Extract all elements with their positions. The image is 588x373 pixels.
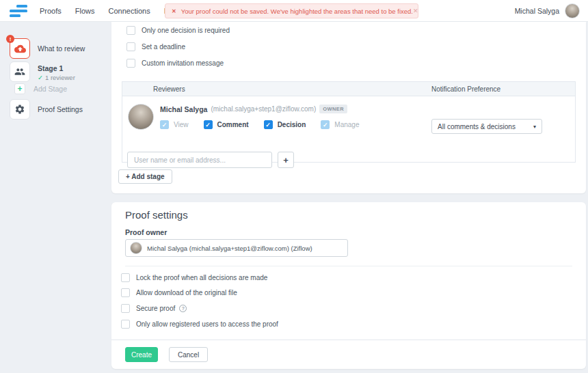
permission-comment[interactable]: Comment [204, 120, 249, 129]
what-to-review-icon-box[interactable]: ! [10, 38, 30, 59]
option-label: Secure proof [136, 305, 175, 312]
proof-settings-card: Proof settings Proof owner Michal Salyga… [111, 202, 586, 369]
checkbox[interactable] [321, 120, 330, 129]
add-stage-button[interactable]: + Add stage [118, 169, 172, 184]
create-button[interactable]: Create [125, 347, 158, 362]
permission-manage[interactable]: Manage [321, 120, 359, 129]
reviewer-permissions: View Comment Decision Manage [160, 120, 367, 129]
checkbox[interactable] [264, 120, 273, 129]
option-lock-proof[interactable]: Lock the proof when all decisions are ma… [121, 273, 267, 282]
stage-icon-box[interactable] [10, 61, 30, 82]
gear-icon [14, 104, 25, 115]
reviewers-table: Reviewers Notification Preference Michal… [122, 81, 576, 163]
checkbox[interactable] [126, 59, 135, 68]
notification-column-header: Notification Preference [431, 82, 500, 96]
option-label: Only allow registered users to access th… [136, 320, 278, 328]
notification-preference-select[interactable]: All comments & decisions ▾ [431, 119, 542, 134]
option-label: Custom invitation message [142, 59, 224, 67]
user-avatar[interactable] [565, 3, 580, 18]
add-stage-plus-icon[interactable]: + [14, 83, 25, 94]
checkbox[interactable] [121, 273, 130, 282]
sidebar-label: Proof Settings [38, 105, 83, 113]
option-label: Set a deadline [142, 43, 185, 51]
owner-badge: OWNER [319, 105, 347, 113]
error-icon: ✕ [172, 8, 176, 14]
error-badge: ! [6, 35, 14, 43]
option-label: Only one decision is required [142, 27, 230, 34]
checkbox[interactable] [121, 288, 130, 297]
sidebar-item-add-stage[interactable]: + Add Stage [14, 83, 67, 94]
proof-settings-title: Proof settings [125, 209, 188, 221]
checkbox[interactable] [121, 304, 130, 313]
permission-label: Decision [278, 121, 306, 128]
sidebar-item-what-to-review[interactable]: ! What to review [10, 38, 85, 59]
nav-flows[interactable]: Flows [68, 0, 102, 22]
option-secure-proof[interactable]: Secure proof ? [121, 304, 187, 313]
sidebar: ! What to review Stage 1 ✓1 reviewer + A… [0, 22, 111, 373]
proof-owner-select[interactable]: Michal Salyga (michal.salyga+step1@ziflo… [125, 239, 348, 257]
add-reviewer-input[interactable] [127, 152, 272, 168]
selected-option: All comments & decisions [438, 123, 516, 130]
help-icon[interactable]: ? [179, 305, 187, 312]
option-allow-download[interactable]: Allow download of the original file [121, 288, 237, 297]
checkbox[interactable] [121, 320, 130, 329]
permission-label: View [174, 121, 189, 128]
proof-owner-label: Proof owner [125, 228, 167, 236]
option-custom-invitation[interactable]: Custom invitation message [126, 59, 224, 68]
checkbox[interactable] [126, 26, 135, 35]
check-icon: ✓ [38, 74, 43, 81]
close-icon[interactable]: ✕ [413, 8, 418, 14]
permission-label: Comment [217, 121, 249, 128]
owner-avatar [130, 242, 142, 254]
stage-status: ✓1 reviewer [38, 74, 75, 81]
reviewer-name: Michal Salyga [160, 105, 207, 113]
chevron-down-icon: ▾ [533, 124, 536, 130]
option-label: Lock the proof when all decisions are ma… [136, 274, 267, 281]
divider [111, 340, 586, 340]
sidebar-item-proof-settings[interactable]: Proof Settings [10, 99, 83, 120]
permission-view[interactable]: View [160, 120, 189, 129]
option-set-deadline[interactable]: Set a deadline [126, 42, 185, 51]
checkbox[interactable] [126, 42, 135, 51]
user-menu: Michal Salyga [515, 0, 580, 22]
divider [125, 266, 572, 266]
cancel-button[interactable]: Cancel [169, 347, 208, 362]
sidebar-label: Add Stage [34, 85, 67, 93]
ziflow-logo[interactable] [10, 5, 27, 17]
reviewer-email: (michal.salyga+step1@ziflow.com) [211, 105, 316, 113]
nav-proofs[interactable]: Proofs [33, 0, 68, 22]
permission-label: Manage [334, 121, 359, 128]
option-label: Allow download of the original file [136, 289, 237, 296]
error-alert-message: Your proof could not be saved. We've hig… [181, 8, 413, 15]
reviewers-group-icon [14, 66, 25, 77]
owner-value: Michal Salyga (michal.salyga+step1@ziflo… [147, 245, 312, 252]
option-registered-users-only[interactable]: Only allow registered users to access th… [121, 320, 278, 329]
permission-decision[interactable]: Decision [264, 120, 306, 129]
settings-icon-box[interactable] [10, 99, 30, 120]
stage-card: Only one decision is required Set a dead… [111, 22, 586, 193]
nav-connections[interactable]: Connections [102, 0, 157, 22]
reviewers-table-header: Reviewers Notification Preference [122, 82, 575, 96]
add-reviewer-button[interactable]: + [278, 152, 294, 168]
error-alert: ✕ Your proof could not be saved. We've h… [165, 3, 418, 18]
user-name[interactable]: Michal Salyga [515, 7, 559, 15]
reviewer-avatar [128, 104, 154, 130]
cloud-upload-icon [14, 43, 26, 55]
sidebar-label: What to review [38, 44, 85, 53]
checkbox[interactable] [204, 120, 213, 129]
checkbox[interactable] [160, 120, 169, 129]
top-bar: Proofs Flows Connections People ✕ Your p… [0, 0, 588, 22]
reviewers-column-header: Reviewers [153, 82, 185, 96]
footer-actions: Create Cancel [125, 347, 208, 362]
option-only-one-decision[interactable]: Only one decision is required [126, 26, 230, 35]
reviewer-identity: Michal Salyga (michal.salyga+step1@ziflo… [160, 105, 347, 113]
sidebar-item-stage-1[interactable]: Stage 1 ✓1 reviewer [10, 61, 75, 82]
sidebar-label: Stage 1 [38, 64, 75, 72]
